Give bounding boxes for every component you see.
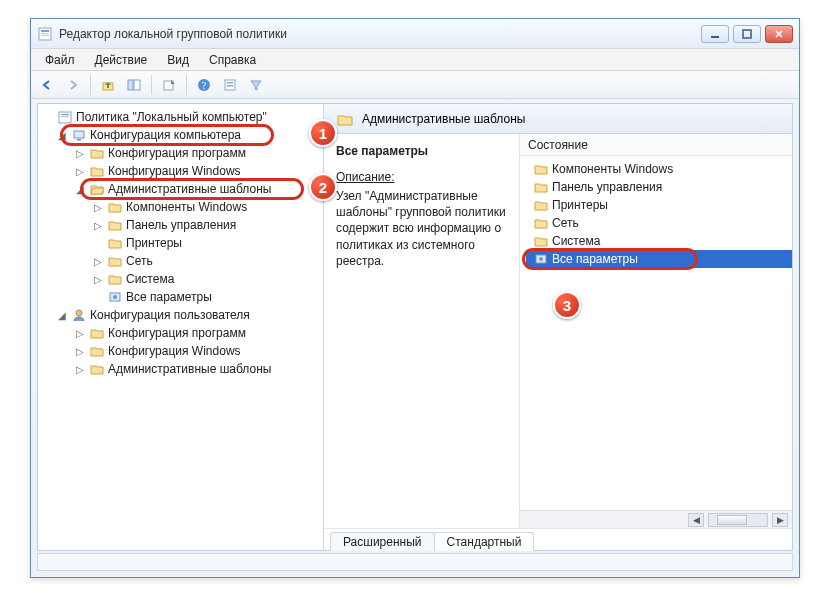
settings-node-icon	[107, 289, 123, 305]
tree-windows-components[interactable]: ▷Компоненты Windows	[40, 198, 321, 216]
scroll-left-button[interactable]: ◀	[688, 513, 704, 527]
svg-rect-2	[41, 33, 49, 34]
expand-toggle[interactable]: ▷	[92, 274, 104, 285]
app-icon	[37, 26, 53, 42]
column-header-state[interactable]: Состояние	[520, 134, 792, 156]
list-item-label: Принтеры	[552, 198, 608, 212]
tree-printers[interactable]: Принтеры	[40, 234, 321, 252]
folder-icon	[533, 197, 549, 213]
tree-user-config[interactable]: ◢Конфигурация пользователя	[40, 306, 321, 324]
svg-rect-15	[59, 112, 71, 123]
expand-toggle[interactable]: ◢	[56, 130, 68, 141]
maximize-button[interactable]	[733, 25, 761, 43]
tree-label: Конфигурация компьютера	[90, 128, 241, 142]
list-item[interactable]: Система	[526, 232, 792, 250]
window-title: Редактор локальной групповой политики	[59, 27, 701, 41]
list-item[interactable]: Принтеры	[526, 196, 792, 214]
folder-icon	[89, 343, 105, 359]
tree-admin-templates-c[interactable]: ◢Административные шаблоны	[40, 180, 321, 198]
scroll-right-button[interactable]: ▶	[772, 513, 788, 527]
tree-pane[interactable]: Политика "Локальный компьютер" ◢ Конфигу…	[38, 104, 324, 550]
folder-icon	[533, 215, 549, 231]
tree-software-settings-u[interactable]: ▷Конфигурация программ	[40, 324, 321, 342]
tree-label: Система	[126, 272, 174, 286]
details-header: Административные шаблоны	[324, 104, 792, 134]
tree-windows-settings-c[interactable]: ▷Конфигурация Windows	[40, 162, 321, 180]
menu-help[interactable]: Справка	[201, 51, 264, 69]
expand-toggle[interactable]: ▷	[74, 148, 86, 159]
menu-file[interactable]: Файл	[37, 51, 83, 69]
tree-label: Конфигурация программ	[108, 146, 246, 160]
list-item-label: Сеть	[552, 216, 579, 230]
list-item[interactable]: Панель управления	[526, 178, 792, 196]
list-item[interactable]: Компоненты Windows	[526, 160, 792, 178]
tree-label: Принтеры	[126, 236, 182, 250]
tree-computer-config[interactable]: ◢ Конфигурация компьютера	[40, 126, 321, 144]
folder-icon	[89, 163, 105, 179]
horizontal-scrollbar[interactable]: ◀ ▶	[520, 510, 792, 528]
tab-standard[interactable]: Стандартный	[434, 532, 535, 551]
folder-icon	[107, 253, 123, 269]
tab-extended[interactable]: Расширенный	[330, 532, 435, 551]
expand-toggle[interactable]: ▷	[74, 364, 86, 375]
details-pane: Административные шаблоны Все параметры О…	[324, 104, 792, 550]
tree-software-settings-c[interactable]: ▷Конфигурация программ	[40, 144, 321, 162]
back-button[interactable]	[35, 74, 59, 96]
view-tabs: Расширенный Стандартный	[324, 528, 792, 550]
tree-system[interactable]: ▷Система	[40, 270, 321, 288]
filter-button[interactable]	[244, 74, 268, 96]
items-column: Состояние Компоненты Windows Панель упра…	[520, 134, 792, 528]
expand-toggle[interactable]: ▷	[92, 202, 104, 213]
computer-icon	[71, 127, 87, 143]
svg-rect-16	[61, 114, 69, 115]
menu-view[interactable]: Вид	[159, 51, 197, 69]
expand-toggle[interactable]: ▷	[74, 328, 86, 339]
forward-button[interactable]	[61, 74, 85, 96]
tree-label: Конфигурация пользователя	[90, 308, 250, 322]
tree-root[interactable]: Политика "Локальный компьютер"	[40, 108, 321, 126]
tree-control-panel[interactable]: ▷Панель управления	[40, 216, 321, 234]
svg-point-21	[113, 295, 117, 299]
folder-icon	[533, 233, 549, 249]
scroll-thumb[interactable]	[717, 515, 747, 525]
tree-all-settings[interactable]: Все параметры	[40, 288, 321, 306]
items-list[interactable]: Компоненты Windows Панель управления При…	[520, 156, 792, 510]
folder-icon	[107, 271, 123, 287]
app-window: Редактор локальной групповой политики Фа…	[30, 18, 800, 578]
expand-toggle[interactable]: ▷	[92, 220, 104, 231]
minimize-button[interactable]	[701, 25, 729, 43]
tree-label: Панель управления	[126, 218, 236, 232]
svg-rect-3	[41, 35, 49, 36]
tree-admin-templates-u[interactable]: ▷Административные шаблоны	[40, 360, 321, 378]
show-hide-tree-button[interactable]	[122, 74, 146, 96]
export-button[interactable]	[157, 74, 181, 96]
up-folder-button[interactable]	[96, 74, 120, 96]
close-button[interactable]	[765, 25, 793, 43]
tree-label: Политика "Локальный компьютер"	[76, 110, 267, 124]
tree-label: Все параметры	[126, 290, 212, 304]
tree-label: Административные шаблоны	[108, 362, 271, 376]
svg-rect-18	[74, 131, 84, 138]
menubar: Файл Действие Вид Справка	[31, 49, 799, 71]
tree-label: Компоненты Windows	[126, 200, 247, 214]
toolbar-separator	[186, 75, 187, 95]
folder-icon	[337, 111, 353, 127]
expand-toggle[interactable]: ◢	[56, 310, 68, 321]
tree-label: Административные шаблоны	[108, 182, 271, 196]
list-item-selected[interactable]: Все параметры	[526, 250, 792, 268]
toolbar: ?	[31, 71, 799, 99]
expand-toggle[interactable]: ◢	[74, 184, 86, 195]
menu-action[interactable]: Действие	[87, 51, 156, 69]
tree-network[interactable]: ▷Сеть	[40, 252, 321, 270]
expand-toggle[interactable]: ▷	[74, 166, 86, 177]
help-button[interactable]: ?	[192, 74, 216, 96]
properties-button[interactable]	[218, 74, 242, 96]
description-column: Все параметры Описание: Узел "Администра…	[324, 134, 520, 528]
tree-windows-settings-u[interactable]: ▷Конфигурация Windows	[40, 342, 321, 360]
expand-toggle[interactable]: ▷	[92, 256, 104, 267]
expand-toggle[interactable]: ▷	[74, 346, 86, 357]
folder-icon	[533, 161, 549, 177]
scroll-track[interactable]	[708, 513, 768, 527]
list-item[interactable]: Сеть	[526, 214, 792, 232]
folder-open-icon	[89, 181, 105, 197]
